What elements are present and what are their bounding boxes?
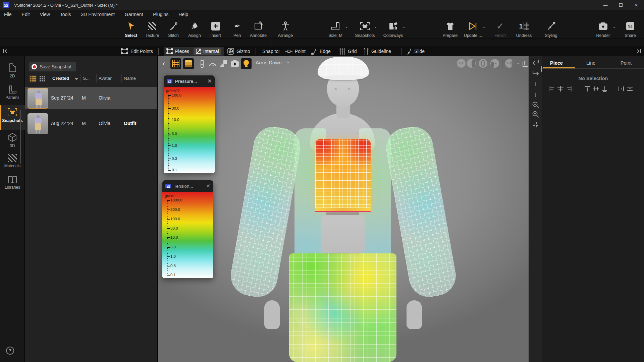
tab-point[interactable]: Point [621,60,632,66]
paint-bucket-icon [190,21,199,32]
align-middle-v-button[interactable] [592,86,600,93]
list-view-toggle[interactable] [29,75,37,82]
close-button[interactable]: ✕ [629,0,644,10]
move-down-button[interactable]: ↓ [529,91,542,98]
sidebar-item-params[interactable]: Params [0,85,25,100]
colorways-swatch-icon [388,21,398,32]
gizmo-toggle[interactable]: Gizmo [227,46,250,56]
snap-edge-toggle[interactable]: Edge [311,46,331,56]
zoom-in-button[interactable] [529,101,542,109]
avatar-dropdown-chevron-icon[interactable]: ⌄ [516,60,520,65]
grid-view-toggle[interactable] [38,75,46,82]
column-header-name[interactable]: Name [124,76,136,81]
pose-selector[interactable]: Arms Down [256,60,282,65]
align-right-button[interactable] [566,86,573,93]
styling-button[interactable]: Styling [537,21,566,38]
cascade-views-button[interactable] [521,58,529,69]
size-dropdown-chevron-icon[interactable]: ⌄ [345,24,348,29]
save-snapshot-button[interactable]: Save Snapshot [29,62,76,71]
menu-file[interactable]: File [4,12,12,17]
forward-arrow-button[interactable] [529,70,542,76]
menu-edit[interactable]: Edit [22,12,30,17]
menu-3d-environment[interactable]: 3D Environment [81,12,114,17]
snapshot-row-2[interactable]: Aug 22 '24 M Olivia Outfit [25,113,157,135]
column-header-avatar[interactable]: Avatar [99,76,112,81]
scale-view-button[interactable] [218,58,229,69]
help-button[interactable]: ? [6,347,14,355]
render-dropdown-chevron-icon[interactable]: ⌄ [612,24,616,29]
maximize-button[interactable] [613,0,629,10]
pressure-gauge-button[interactable] [207,58,218,69]
snapshot-thumbnail[interactable] [28,113,48,134]
undress-button[interactable]: 1 Undress [509,21,538,38]
menu-help[interactable]: Help [178,12,188,17]
move-up-button[interactable]: ↑ [529,80,542,87]
fit-view-button[interactable] [529,121,542,128]
size-button[interactable]: Size: M [321,21,350,38]
snapshots-button[interactable]: Snapshots [351,21,379,38]
snapshot-thumbnail[interactable] [28,88,48,109]
snap-grid-toggle[interactable]: Grid [339,46,357,56]
fabric-layers-toggle[interactable] [183,58,194,69]
avatar-hand-right [407,300,422,329]
avatar-select-button[interactable] [505,59,514,68]
update-dropdown-chevron-icon[interactable]: ⌄ [482,24,486,29]
distribute-v-button[interactable] [627,86,633,93]
align-left-button[interactable] [548,86,555,93]
3d-viewport[interactable]: ‹ Arms Down ⌄ [158,56,529,362]
close-icon[interactable]: ✕ [207,78,212,84]
render-button[interactable]: Render [589,21,618,38]
colorways-dropdown-chevron-icon[interactable]: ⌄ [402,24,406,29]
pose-dropdown-chevron-icon[interactable]: ⌄ [286,59,290,64]
sidebar-item-2d[interactable]: 2D [0,63,25,78]
lighting-toggle[interactable] [241,58,252,69]
column-header-created[interactable]: Created [52,76,69,81]
snap-point-toggle[interactable]: Point [285,46,306,56]
menu-garment[interactable]: Garment [125,12,143,17]
close-icon[interactable]: ✕ [206,183,210,189]
collapse-viewport-toolbar-button[interactable]: ‹ [158,58,169,69]
tab-line[interactable]: Line [586,60,595,66]
zoom-out-button[interactable] [529,111,542,118]
measure-tool-button[interactable] [197,58,207,69]
arrange-tool-button[interactable]: Arrange [271,21,300,38]
menu-plugins[interactable]: Plugins [153,12,168,17]
pressure-legend-titlebar[interactable]: VS Pressure... ✕ [164,75,215,87]
avatar-view-front-button[interactable] [457,59,466,68]
slide-toggle[interactable]: Slide [407,46,425,56]
pieces-toggle[interactable]: Pieces [166,48,189,54]
return-arrow-button[interactable] [529,59,542,66]
tab-piece[interactable]: Piece [550,60,563,66]
sidebar-item-libraries[interactable]: Libraries [0,176,25,190]
avatar-view-threequarter-button[interactable] [490,59,499,68]
viewport-snapshot-camera-button[interactable] [229,58,240,69]
pressure-colormap: gr/cm^2 100.0 30.0 10.0 3.0 1.0 0.3 0.1 [164,87,215,173]
annotate-tool-button[interactable]: ✎ Annotate [244,21,273,38]
align-top-button[interactable] [584,86,591,93]
collapse-left-panel-button[interactable] [3,46,8,56]
align-center-h-button[interactable] [557,86,564,93]
snap-guideline-toggle[interactable]: Guideline [363,46,391,56]
minimize-button[interactable]: — [598,0,613,10]
expand-right-panel-button[interactable] [636,46,641,56]
avatar-view-back-button[interactable] [479,59,487,68]
column-header-size[interactable]: S... [83,76,90,81]
edit-points-toggle[interactable]: Edit Points [121,46,153,56]
sidebar-scrollbar[interactable] [20,110,21,164]
tick-label: 0.3 [172,157,177,161]
share-button[interactable]: SZ Share [616,21,644,38]
update-button[interactable]: Update ... [459,21,487,38]
show-mesh-toggle[interactable] [170,58,181,69]
tension-legend-panel[interactable]: VS Tension... ✕ gr/cm 1000.0 300.0 100.0… [162,180,213,278]
distribute-h-button[interactable] [618,86,625,93]
internal-toggle[interactable]: Internal [194,48,221,55]
snapshot-row-1[interactable]: Sep 27 '24 M Olivia [25,87,157,109]
tension-legend-titlebar[interactable]: VS Tension... ✕ [162,180,213,192]
snapshots-dropdown-chevron-icon[interactable]: ⌄ [374,24,377,29]
align-bottom-button[interactable] [601,86,608,93]
menu-view[interactable]: View [40,12,50,17]
colorways-button[interactable]: Colorways [379,21,408,38]
pressure-legend-panel[interactable]: VS Pressure... ✕ gr/cm^2 100.0 30.0 10.0… [164,75,215,173]
menu-tools[interactable]: Tools [60,12,71,17]
avatar-view-side-button[interactable] [467,59,476,68]
